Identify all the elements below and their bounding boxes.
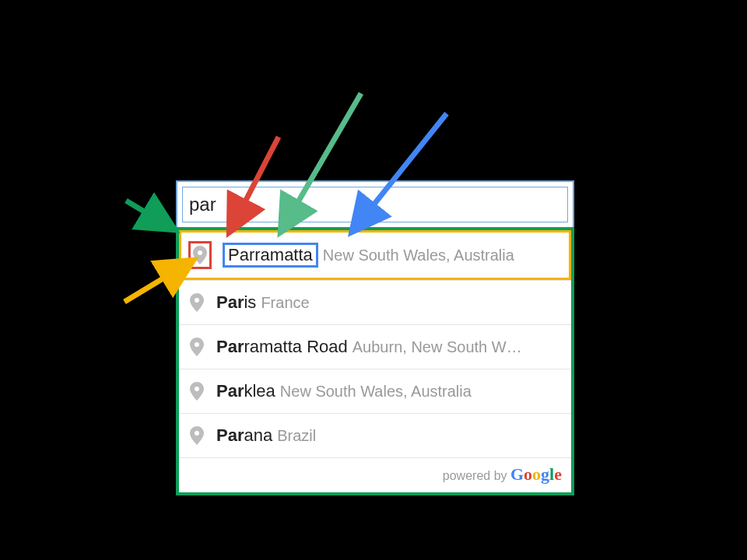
- search-input[interactable]: [189, 194, 561, 215]
- location-pin-icon: [191, 244, 209, 266]
- rest-text: ana: [244, 425, 272, 445]
- location-pin-icon: [188, 336, 205, 358]
- location-pin-icon: [188, 425, 205, 446]
- google-logo: Google: [510, 464, 562, 484]
- attribution-footer: powered by Google: [179, 457, 571, 492]
- suggestion-item-4[interactable]: Parana Brazil: [179, 413, 571, 457]
- rest-text: ramatta: [254, 245, 313, 264]
- arrow-green-dark: [126, 201, 173, 229]
- suggestion-text: Parana Brazil: [216, 425, 562, 446]
- location-pin-icon: [188, 380, 205, 402]
- rest-text: klea: [244, 381, 275, 401]
- autocomplete-widget: Parramatta New South Wales, Australia Pa…: [176, 180, 574, 495]
- suggestion-description: Auburn, New South W: [352, 338, 522, 356]
- location-pin-icon: [188, 292, 205, 313]
- powered-by-label: powered by: [443, 469, 510, 482]
- matched-text: Par: [216, 337, 244, 356]
- search-bar[interactable]: [182, 187, 568, 222]
- suggestion-text: Parramatta Road Auburn, New South W: [216, 337, 562, 357]
- pin-annotation-box: [188, 241, 212, 269]
- suggestion-text: Paris France: [216, 292, 562, 313]
- suggestion-item-3[interactable]: Parklea New South Wales, Australia: [179, 369, 571, 413]
- suggestion-description: New South Wales, Australia: [280, 383, 472, 401]
- suggestion-text: Parklea New South Wales, Australia: [216, 381, 562, 401]
- matched-text: Par: [216, 292, 244, 312]
- suggestion-description: France: [261, 294, 309, 312]
- suggestion-text: Parramatta New South Wales, Australia: [223, 243, 562, 268]
- suggestion-item-1[interactable]: Paris France: [179, 280, 571, 324]
- matched-text: Par: [216, 381, 244, 401]
- suggestions-dropdown: Parramatta New South Wales, Australia Pa…: [176, 227, 574, 495]
- suggestion-item-2[interactable]: Parramatta Road Auburn, New South W: [179, 324, 571, 369]
- suggestion-description: New South Wales, Australia: [323, 247, 514, 264]
- main-term-annotation-box: Parramatta: [223, 243, 318, 268]
- rest-text: is: [244, 292, 256, 312]
- rest-text: ramatta Road: [244, 337, 347, 356]
- matched-text: Par: [216, 425, 244, 445]
- matched-text: Par: [228, 245, 254, 264]
- suggestion-description: Brazil: [277, 427, 316, 445]
- suggestion-item-0[interactable]: Parramatta New South Wales, Australia: [179, 230, 571, 280]
